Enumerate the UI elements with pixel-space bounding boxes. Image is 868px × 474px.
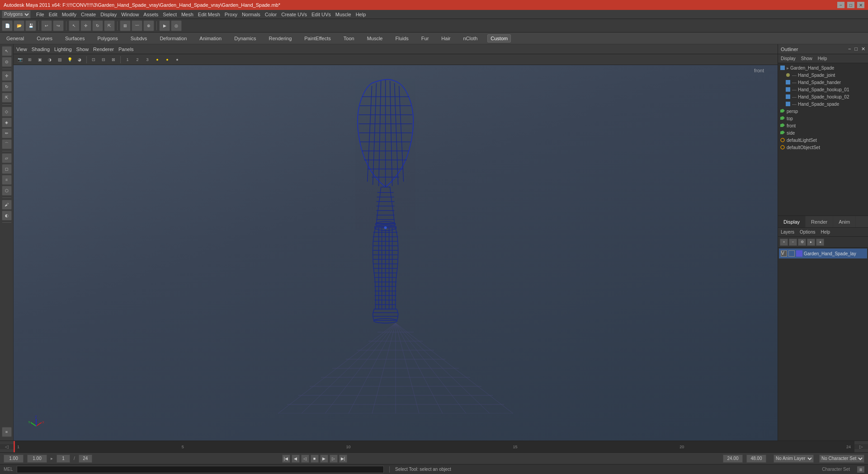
outliner-minimize[interactable]: − <box>848 46 851 52</box>
snap-grid[interactable]: ⊞ <box>120 20 131 31</box>
go-end-button[interactable]: ▶| <box>339 455 347 463</box>
shelf-tab-toon[interactable]: Toon <box>341 35 357 42</box>
subtab-help[interactable]: Help <box>821 230 830 235</box>
menu-create[interactable]: Create <box>81 12 96 17</box>
layer-visibility-check[interactable]: V <box>781 250 787 257</box>
med-quality-btn[interactable]: 2 <box>133 56 142 64</box>
new-file-button[interactable]: 📄 <box>2 20 13 31</box>
outliner-item-garden-hand-spade[interactable]: ▸ Garden_Hand_Spade <box>778 64 868 71</box>
layer-tab-anim[interactable]: Anim <box>833 216 856 227</box>
current-time-input[interactable] <box>27 455 47 463</box>
split-poly-button[interactable]: ⌗ <box>2 175 12 185</box>
shelf-tab-dynamics[interactable]: Dynamics <box>231 35 259 42</box>
undo-button[interactable]: ↩ <box>41 20 52 31</box>
redo-button[interactable]: ↪ <box>53 20 64 31</box>
menu-help[interactable]: Help <box>356 12 366 17</box>
move-mode-button[interactable]: ✛ <box>2 71 12 81</box>
menu-modify[interactable]: Modify <box>62 12 76 17</box>
go-start-button[interactable]: |◀ <box>282 455 290 463</box>
shelf-tab-hair[interactable]: Hair <box>439 35 453 42</box>
outliner-item-top[interactable]: top <box>778 115 868 122</box>
shelf-tab-custom[interactable]: Custom <box>487 34 511 42</box>
renderer-menu[interactable]: Renderer <box>93 47 114 52</box>
timeline-inner[interactable]: 1 5 10 15 20 24 <box>14 441 854 452</box>
menu-color[interactable]: Color <box>265 12 277 17</box>
high-quality-btn[interactable]: 3 <box>143 56 152 64</box>
select-mode-button[interactable]: ↖ <box>2 46 12 56</box>
save-file-button[interactable]: 💾 <box>25 20 36 31</box>
show-menu[interactable]: Show <box>76 47 89 52</box>
menu-editmesh[interactable]: Edit Mesh <box>198 12 220 17</box>
layer-add-selected[interactable]: ▸ <box>807 239 815 246</box>
menu-select[interactable]: Select <box>163 12 177 17</box>
poly-append-button[interactable]: ◻ <box>2 164 12 174</box>
channel-box-button[interactable]: ≡ <box>2 427 12 437</box>
shelf-tab-fur[interactable]: Fur <box>419 35 432 42</box>
scale-tool[interactable]: ⇱ <box>104 20 115 31</box>
menu-proxy[interactable]: Proxy <box>225 12 237 17</box>
wireframe-toggle[interactable]: ▣ <box>35 56 44 64</box>
arc-button[interactable]: ⌒ <box>2 139 12 149</box>
resolution-gate[interactable]: ⊟ <box>99 56 108 64</box>
shelf-tab-curves[interactable]: Curves <box>34 35 55 42</box>
menu-display[interactable]: Display <box>100 12 117 17</box>
outliner-maximize[interactable]: □ <box>854 46 858 52</box>
outliner-item-side[interactable]: side <box>778 129 868 136</box>
panels-menu[interactable]: Panels <box>118 47 134 52</box>
subtab-options[interactable]: Options <box>800 230 815 235</box>
outliner-item-front[interactable]: front <box>778 122 868 129</box>
status-bar-icon[interactable]: ≡ <box>857 466 864 473</box>
texture-toggle[interactable]: ▨ <box>55 56 64 64</box>
shelf-tab-fluids[interactable]: Fluids <box>392 35 411 42</box>
select-tool[interactable]: ↖ <box>69 20 80 31</box>
shelf-tab-deformation[interactable]: Deformation <box>157 35 189 42</box>
anim-layer-select[interactable]: No Anim Layer <box>774 455 814 463</box>
paint-skin-button[interactable]: 🖌 <box>2 200 12 210</box>
shading-menu[interactable]: Shading <box>32 47 50 52</box>
layer-row-garden[interactable]: V Garden_Hand_Spade_lay <box>779 249 867 258</box>
render-button[interactable]: ▶ <box>159 20 170 31</box>
lighting-menu[interactable]: Lighting <box>54 47 72 52</box>
curve-ep-button[interactable]: ◈ <box>2 117 12 127</box>
outliner-item-joint[interactable]: — Hand_Spade_joint <box>778 71 868 79</box>
new-layer-button[interactable]: + <box>780 239 788 246</box>
curve-cv-button[interactable]: ◇ <box>2 107 12 117</box>
quality-dot-1[interactable]: ● <box>153 56 162 64</box>
frame-input[interactable] <box>57 455 70 463</box>
ipr-button[interactable]: ◎ <box>171 20 182 31</box>
mode-selector[interactable]: Polygons <box>2 10 31 19</box>
move-tool[interactable]: ✛ <box>80 20 91 31</box>
shelf-tab-animation[interactable]: Animation <box>197 35 224 42</box>
menu-edituvs[interactable]: Edit UVs <box>311 12 331 17</box>
layer-options-button[interactable]: ⚙ <box>798 239 806 246</box>
delete-layer-button[interactable]: − <box>789 239 797 246</box>
shadow-toggle[interactable]: ◕ <box>75 56 84 64</box>
menu-assets[interactable]: Assets <box>143 12 158 17</box>
outliner-close[interactable]: ✕ <box>861 46 865 52</box>
quality-dot-3[interactable]: ● <box>173 56 182 64</box>
camera-icon[interactable]: 📷 <box>15 56 24 64</box>
range-start-input[interactable] <box>4 455 24 463</box>
layer-color-swatch[interactable] <box>796 250 802 257</box>
shelf-tab-ncloth[interactable]: nCloth <box>461 35 481 42</box>
step-back-button[interactable]: ◀ <box>292 455 300 463</box>
menu-normals[interactable]: Normals <box>242 12 260 17</box>
frame-end-input[interactable] <box>79 455 92 463</box>
quality-dot-2[interactable]: ● <box>163 56 172 64</box>
isolate-toggle[interactable]: ⊡ <box>89 56 98 64</box>
anim-start-input[interactable] <box>723 455 743 463</box>
extrude-button[interactable]: ⬡ <box>2 186 12 196</box>
menu-muscle[interactable]: Muscle <box>335 12 351 17</box>
3d-viewport[interactable]: front <box>14 65 778 441</box>
pencil-button[interactable]: ✏ <box>2 128 12 138</box>
shelf-tab-muscle[interactable]: Muscle <box>364 35 386 42</box>
light-toggle[interactable]: 💡 <box>65 56 74 64</box>
maximize-button[interactable]: □ <box>847 2 854 8</box>
shelf-tab-polygons[interactable]: Polygons <box>94 35 120 42</box>
lasso-button[interactable]: ⊙ <box>2 57 12 67</box>
outliner-item-hander[interactable]: — Hand_Spade_hander <box>778 79 868 86</box>
shaded-toggle[interactable]: ◑ <box>45 56 54 64</box>
outliner-help-menu[interactable]: Help <box>818 56 827 61</box>
snap-point[interactable]: ⊕ <box>143 20 154 31</box>
play-forward-button[interactable]: ▶ <box>320 455 328 463</box>
